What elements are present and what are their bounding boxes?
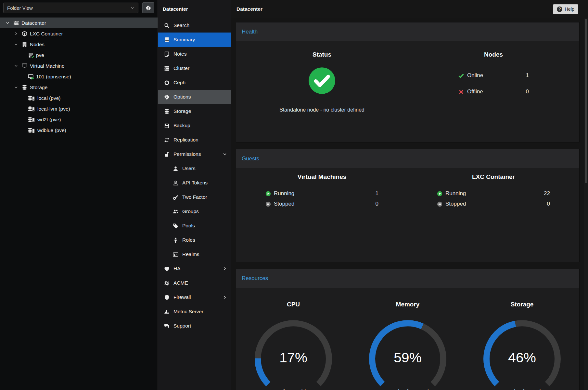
lxc-running-label: Running xyxy=(445,190,466,197)
vm-running-value: 1 xyxy=(376,190,378,197)
menu-item-users[interactable]: Users xyxy=(158,161,231,176)
chevron-right-icon xyxy=(223,295,227,300)
chevron-down-icon[interactable] xyxy=(5,21,10,25)
chevron-down-icon[interactable] xyxy=(13,42,19,47)
lxc-stopped-value: 0 xyxy=(547,201,550,207)
menu-item-api-tokens[interactable]: API Tokens xyxy=(158,176,231,190)
menu-item-ha[interactable]: HA xyxy=(158,262,231,276)
storage-drive-icon xyxy=(27,95,35,101)
lxc-column-title: LXC Container xyxy=(472,173,515,181)
server-icon xyxy=(13,20,19,26)
tree-item-label: Storage xyxy=(30,85,47,90)
building-icon xyxy=(21,42,28,47)
tree-item-nodes[interactable]: Nodes xyxy=(0,39,158,50)
main-area: Datacenter ? Help Health Status xyxy=(231,0,588,390)
menu-item-label: Support xyxy=(173,323,191,329)
menu-item-summary[interactable]: Summary xyxy=(158,33,231,47)
menu-item-firewall[interactable]: Firewall xyxy=(158,290,231,304)
nodes-offline-value: 0 xyxy=(526,88,529,95)
panel-title: Resources xyxy=(242,275,268,282)
menu-item-two-factor[interactable]: Two Factor xyxy=(158,190,231,204)
status-title: Status xyxy=(313,51,331,58)
gear-icon xyxy=(146,5,151,11)
menu-item-label: Cluster xyxy=(173,65,189,71)
menu-item-label: Two Factor xyxy=(182,194,207,200)
help-icon: ? xyxy=(557,7,562,12)
nodes-online-label: Online xyxy=(467,72,483,79)
tree-item-storage-local[interactable]: local (pve) xyxy=(0,93,158,103)
tree-item-storage-wdblue[interactable]: wdblue (pve) xyxy=(0,125,158,136)
chevron-down-icon[interactable] xyxy=(13,85,19,89)
health-status-column: Status Standalone node - no cluster defi… xyxy=(236,41,408,113)
stop-circle-icon xyxy=(437,201,442,207)
menu-item-label: Realms xyxy=(182,251,199,257)
tree-item-vm-101[interactable]: 101 (opnsense) xyxy=(0,71,158,82)
menu-item-pools[interactable]: Pools xyxy=(158,219,231,233)
menu-item-search[interactable]: Search xyxy=(158,18,231,33)
menu-item-replication[interactable]: Replication xyxy=(158,133,231,147)
menu-item-notes[interactable]: Notes xyxy=(158,47,231,61)
tree-item-datacenter[interactable]: Datacenter xyxy=(0,18,158,28)
vm-stopped-label: Stopped xyxy=(274,201,294,207)
menu-panel-title: Datacenter xyxy=(158,0,231,18)
chevron-right-icon xyxy=(223,266,227,271)
menu-item-label: API Tokens xyxy=(182,180,208,186)
storage-gauge-title: Storage xyxy=(511,301,534,308)
cpu-gauge: CPU 17% of 4 CPU(s) xyxy=(236,288,351,390)
cross-icon xyxy=(458,89,464,95)
summary-content: Health Status Standalone node - no clust… xyxy=(231,18,588,390)
bar-chart-icon xyxy=(164,309,170,315)
tree-item-lxc-container[interactable]: LXC Container xyxy=(0,28,158,39)
menu-item-options[interactable]: Options xyxy=(158,90,231,104)
cpu-gauge-title: CPU xyxy=(287,301,300,308)
tree-item-label: wd2t (pve) xyxy=(37,117,61,123)
menu-item-label: Users xyxy=(182,166,195,171)
lxc-running-row: Running 22 xyxy=(437,188,550,199)
tree-item-label: pve xyxy=(36,52,44,58)
tree-item-storage-local-lvm[interactable]: local-lvm (pve) xyxy=(0,103,158,114)
menu-item-label: Options xyxy=(173,94,191,100)
nodes-online-row: Online 1 xyxy=(458,67,529,84)
memory-gauge-title: Memory xyxy=(396,301,420,308)
menu-item-permissions[interactable]: Permissions xyxy=(158,147,231,161)
health-panel: Health Status Standalone node - no clust… xyxy=(236,22,580,142)
menu-item-ceph[interactable]: Ceph xyxy=(158,75,231,90)
menu-item-label: Firewall xyxy=(173,294,191,300)
help-button[interactable]: ? Help xyxy=(553,4,578,14)
storage-stack-icon xyxy=(21,85,28,90)
menu-item-label: Notes xyxy=(173,51,187,57)
vertical-scrollbar[interactable] xyxy=(584,18,588,390)
storage-drive-icon xyxy=(27,117,35,122)
tree-item-storage-wd2t[interactable]: wd2t (pve) xyxy=(0,114,158,125)
ceph-ring-icon xyxy=(164,80,170,86)
tree-item-storage[interactable]: Storage xyxy=(0,82,158,93)
status-message: Standalone node - no cluster defined xyxy=(279,107,364,113)
cpu-percent: 17% xyxy=(246,350,341,366)
menu-item-storage[interactable]: Storage xyxy=(158,104,231,118)
tag-icon xyxy=(173,223,179,229)
resource-tree-panel: Folder View Datacenter LXC Container xyxy=(0,0,158,390)
menu-item-metric-server[interactable]: Metric Server xyxy=(158,304,231,319)
nodes-online-value: 1 xyxy=(526,72,529,79)
menu-item-label: Groups xyxy=(182,208,199,214)
chevron-down-icon xyxy=(130,6,134,10)
tree-item-pve[interactable]: pve xyxy=(0,50,158,61)
chevron-right-icon[interactable] xyxy=(13,32,19,36)
resource-tree: Datacenter LXC Container Nodes pve xyxy=(0,16,158,136)
tree-item-label: Datacenter xyxy=(21,20,46,26)
menu-item-cluster[interactable]: Cluster xyxy=(158,61,231,75)
menu-item-groups[interactable]: Groups xyxy=(158,204,231,219)
users-icon xyxy=(173,209,179,214)
scrollbar-thumb[interactable] xyxy=(585,19,587,183)
menu-item-realms[interactable]: Realms xyxy=(158,247,231,262)
view-mode-select[interactable]: Folder View xyxy=(3,3,138,13)
page-title: Datacenter xyxy=(236,6,262,12)
menu-item-support[interactable]: Support xyxy=(158,319,231,333)
tree-settings-button[interactable] xyxy=(142,2,154,13)
guests-panel-header: Guests xyxy=(236,149,579,168)
menu-item-roles[interactable]: Roles xyxy=(158,233,231,247)
chevron-down-icon[interactable] xyxy=(13,64,19,68)
menu-item-backup[interactable]: Backup xyxy=(158,118,231,133)
tree-item-virtual-machine[interactable]: Virtual Machine xyxy=(0,61,158,71)
menu-item-acme[interactable]: ACME xyxy=(158,276,231,290)
